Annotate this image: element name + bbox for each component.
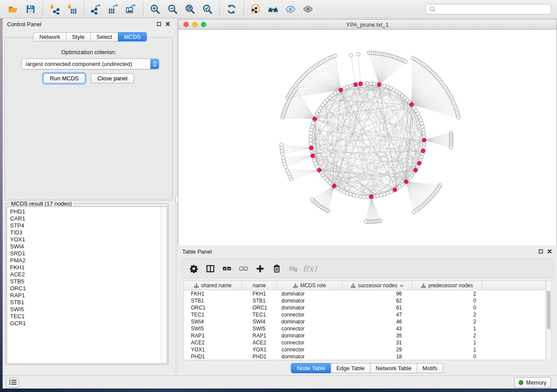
table-cell[interactable]: connector [277,325,343,332]
table-cell[interactable]: 62 [343,297,412,304]
table-row[interactable]: ACE2ACE2connector311 [184,339,546,346]
import-network-icon[interactable] [48,3,61,16]
tab-edge-table[interactable]: Edge Table [331,363,370,373]
save-session-icon[interactable] [24,3,37,16]
close-panel-icon[interactable] [547,248,553,254]
table-cell[interactable]: 2 [412,332,482,339]
table-row[interactable]: RAP1RAP1dominator352 [184,332,546,339]
table-cell[interactable]: ACE2 [184,339,242,346]
network-window-titlebar[interactable]: YPA_prune.txt_1 [178,20,557,30]
table-cell[interactable]: TEC1 [184,311,242,318]
criterion-dropdown[interactable]: largest connected component (undirected) [21,58,159,69]
table-cell[interactable]: SWI4 [242,318,277,325]
table-row[interactable]: SWI4SWI4dominator462 [184,318,546,325]
table-cell[interactable]: 0 [412,297,482,304]
tab-network[interactable]: Network [33,32,66,41]
table-row[interactable]: YOX1YOX1connector291 [184,346,546,353]
mcds-result-item[interactable]: SRD1 [10,250,167,257]
table-cell[interactable]: connector [277,339,343,346]
table-cell[interactable]: 29 [343,346,412,353]
table-cell[interactable]: 0 [412,353,482,360]
table-cell[interactable]: connector [277,311,343,318]
mcds-result-item[interactable]: STP4 [10,222,167,229]
open-file-icon[interactable] [7,3,20,16]
mcds-result-item[interactable]: TID3 [10,229,167,236]
table-scrollbar[interactable] [546,281,551,360]
table-cell[interactable]: SWI5 [184,325,242,332]
binoculars-icon[interactable] [266,3,280,16]
network-view-canvas[interactable] [178,30,557,245]
table-cell[interactable]: 2 [412,318,482,325]
select-all-rows-icon[interactable] [221,263,232,274]
table-row[interactable]: TEC1TEC1connector472 [184,311,546,318]
mcds-result-item[interactable]: ACE2 [10,271,167,278]
table-cell[interactable]: 31 [343,339,412,346]
import-table-icon[interactable] [66,3,79,16]
tab-motifs[interactable]: Motifs [417,363,443,373]
table-row[interactable]: PHD1PHD1dominator180 [184,353,546,360]
float-window-icon[interactable] [538,248,544,254]
table-cell[interactable]: dominator [277,332,343,339]
tab-select[interactable]: Select [90,32,118,41]
table-cell[interactable]: STB1 [184,297,242,304]
export-table-icon[interactable] [107,3,120,16]
table-cell[interactable]: ORC1 [184,304,242,311]
table-cell[interactable]: RAP1 [242,332,277,339]
table-cell[interactable]: PHD1 [242,353,277,360]
mcds-result-item[interactable]: FKH1 [10,264,167,271]
node-table[interactable]: shared namenameMCDS rolesuccessor nodesp… [183,281,546,360]
mcds-result-item[interactable]: PHD1 [10,208,167,215]
table-cell[interactable]: 46 [343,318,412,325]
column-header-MCDS-role[interactable]: MCDS role [277,281,343,290]
mcds-result-item[interactable]: STB5 [10,278,167,285]
tab-mcds[interactable]: MCDS [118,32,147,41]
export-image-icon[interactable] [125,3,138,16]
table-row[interactable]: FKH1FKH1dominator962 [184,290,546,297]
table-cell[interactable]: 35 [343,332,412,339]
gear-icon[interactable] [188,263,199,274]
refresh-layout-icon[interactable] [225,3,238,16]
table-cell[interactable]: 1 [412,346,482,353]
tab-network-table[interactable]: Network Table [370,363,417,373]
show-eye-icon[interactable] [301,3,315,16]
table-cell[interactable]: YOX1 [184,346,242,353]
table-cell[interactable]: 18 [343,353,412,360]
mcds-result-item[interactable]: ORC1 [10,285,167,292]
mcds-list-scrollbar[interactable] [161,207,167,363]
mcds-result-item[interactable]: TEC1 [10,313,167,320]
column-header-successor-nodes[interactable]: successor nodes [343,281,412,290]
show-columns-icon[interactable] [204,263,216,274]
table-scrollbar-thumb[interactable] [547,291,550,329]
table-cell[interactable]: 47 [343,311,412,318]
mcds-result-item[interactable]: CAR1 [10,215,167,222]
close-panel-icon[interactable] [165,21,171,27]
table-cell[interactable]: 43 [343,325,412,332]
mcds-result-item[interactable]: SWI5 [10,306,167,313]
table-cell[interactable]: 1 [412,325,482,332]
column-header-shared-name[interactable]: shared name [184,281,242,290]
table-cell[interactable]: connector [277,346,343,353]
close-panel-button[interactable]: Close panel [91,73,134,83]
table-cell[interactable]: PHD1 [184,353,242,360]
table-cell[interactable]: 2 [412,311,482,318]
table-cell[interactable]: SWI5 [242,325,277,332]
column-header-name[interactable]: name [242,281,277,290]
table-row[interactable]: ORC1ORC1dominator610 [184,304,546,311]
tab-style[interactable]: Style [66,32,91,41]
zoom-out-icon[interactable] [166,3,179,16]
search-input[interactable] [438,5,551,13]
tab-node-table[interactable]: Node Table [291,363,331,373]
share-document-icon[interactable] [249,3,262,16]
mcds-result-item[interactable]: SWI4 [10,243,167,250]
table-cell[interactable]: dominator [277,290,343,297]
memory-button[interactable]: Memory [514,377,551,388]
table-cell[interactable]: dominator [277,297,343,304]
table-cell[interactable]: dominator [277,304,343,311]
table-cell[interactable]: RAP1 [184,332,242,339]
zoom-in-icon[interactable] [149,3,162,16]
table-cell[interactable]: 1 [412,339,482,346]
table-row[interactable]: SWI5SWI5connector431 [184,325,546,332]
table-cell[interactable]: SWI4 [184,318,242,325]
table-cell[interactable]: STB1 [242,297,277,304]
add-row-icon[interactable] [254,263,266,274]
